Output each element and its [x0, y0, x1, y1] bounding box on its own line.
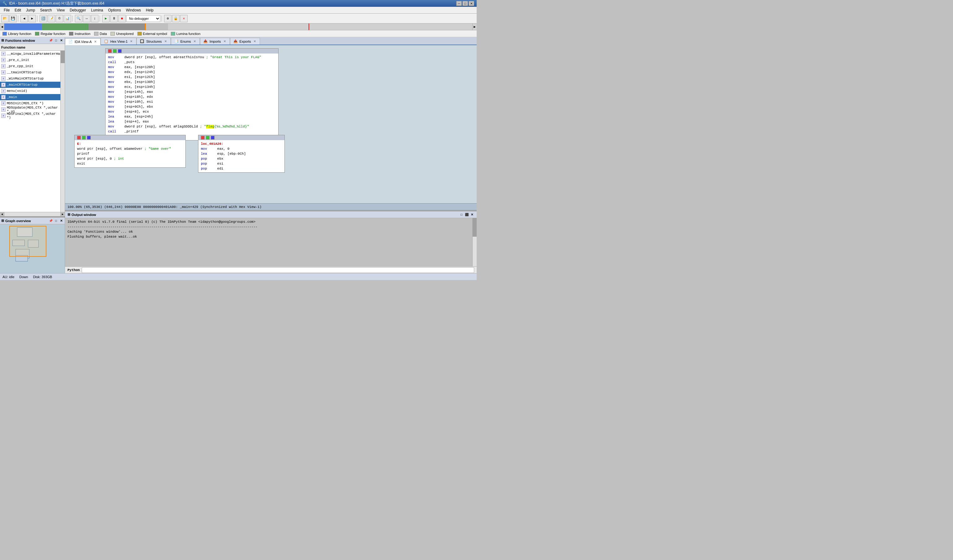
func-name-5: _mainCRTStartup	[7, 83, 37, 87]
tab-ida-view[interactable]: 📄 IDA View-A ✕	[65, 38, 101, 45]
functions-col-label: Function name	[1, 45, 25, 49]
func-name-10: MD5Final(MD5_CTX *,uchar *)	[7, 112, 59, 119]
title-bar-controls: ─ □ ✕	[456, 1, 474, 6]
ida-view-area[interactable]: mov dword ptr [esp], offset aGreatThisIs…	[65, 45, 476, 203]
output-minimize[interactable]: □	[459, 213, 464, 217]
func-item-main[interactable]: f _main	[0, 94, 61, 100]
legend-lumina-label: Lumina function	[177, 32, 200, 36]
functions-scroll-thumb[interactable]	[61, 51, 65, 63]
tab-struct-icon: 🔲	[140, 39, 144, 43]
python-input[interactable]	[82, 267, 474, 273]
functions-pin[interactable]: 📌	[48, 38, 53, 43]
toolbar-c[interactable]: ©	[56, 15, 63, 22]
functions-close[interactable]: ✕	[59, 38, 64, 43]
tab-hex-icon: 📋	[104, 39, 108, 43]
toolbar-save[interactable]: 💾	[9, 15, 17, 22]
toolbar-graph[interactable]: 📊	[64, 15, 71, 22]
func-name-4: _WinMainCRTStartup	[7, 77, 43, 81]
output-content[interactable]: IDAPython 64-bit v1.7.0 final (serial 0)…	[65, 218, 472, 266]
tab-exports-close[interactable]: ✕	[253, 40, 256, 43]
output-scroll-thumb[interactable]	[473, 218, 476, 237]
close-button[interactable]: ✕	[469, 1, 474, 6]
toolbar-hex[interactable]: 🔣	[40, 15, 47, 22]
output-scrollbar[interactable]	[472, 218, 476, 266]
menu-options[interactable]: Options	[106, 8, 123, 13]
graph-overview-canvas[interactable]	[0, 224, 65, 273]
menu-search[interactable]: Search	[37, 8, 54, 13]
mini-viewport[interactable]	[9, 226, 47, 257]
nav-progress[interactable]	[4, 23, 472, 30]
functions-hscroll[interactable]: ◀ ▶	[0, 212, 65, 216]
toolbar-xref[interactable]: ↔	[83, 15, 90, 22]
func-item-md5final[interactable]: f MD5Final(MD5_CTX *,uchar *)	[0, 113, 61, 119]
menu-edit[interactable]: Edit	[12, 8, 23, 13]
maximize-button[interactable]: □	[463, 1, 468, 6]
tab-imports[interactable]: 📥 Imports ✕	[200, 38, 230, 45]
main-code-block: mov dword ptr [esp], offset aGreatThisIs…	[105, 48, 279, 140]
toolbar-debug2[interactable]: 🔒	[172, 15, 180, 22]
nav-next[interactable]: ▶	[472, 23, 476, 30]
func-icon-0: f	[1, 52, 6, 56]
bl-line-2: word ptr [esp], 0 ; int	[77, 156, 183, 161]
menu-view[interactable]: View	[54, 8, 67, 13]
graph-overview-pin[interactable]: 📌	[48, 219, 53, 223]
tab-hex-view[interactable]: 📋 Hex View-1 ✕	[101, 38, 137, 45]
toolbar-debug3[interactable]: ✕	[180, 15, 188, 22]
func-item-tmain[interactable]: f __tmainCRTStartup	[0, 69, 61, 76]
toolbar-debug-settings[interactable]: ⚙	[164, 15, 171, 22]
tab-exports[interactable]: 📤 Exports ✕	[230, 38, 260, 45]
legend-bar: Library function Regular function Instru…	[0, 30, 476, 37]
status-au: AU: idle	[3, 275, 14, 279]
toolbar-stop[interactable]: ■	[118, 15, 126, 22]
func-icon-4: f	[1, 76, 6, 81]
func-item-md5init[interactable]: f MD5Init(MD5_CTX *)	[0, 100, 61, 106]
tab-imports-icon: 📥	[203, 39, 208, 43]
functions-hscroll-left[interactable]: ◀	[0, 212, 4, 216]
menu-file[interactable]: File	[1, 8, 12, 13]
tab-structures[interactable]: 🔲 Structures ✕	[137, 38, 171, 45]
graph-overview-copy[interactable]: □	[54, 219, 58, 223]
tab-imports-close[interactable]: ✕	[223, 40, 227, 43]
block-hdr-blue	[118, 49, 122, 53]
menu-jump[interactable]: Jump	[23, 8, 37, 13]
toolbar-run[interactable]: ▶	[102, 15, 110, 22]
func-name-7: _main	[7, 95, 17, 99]
toolbar-forward[interactable]: ▶	[28, 15, 36, 22]
func-item-pre_c_init[interactable]: f _pre_c_init	[0, 57, 61, 63]
output-close[interactable]: ✕	[470, 213, 474, 217]
functions-copy[interactable]: □	[54, 38, 58, 43]
functions-list[interactable]: f __mingw_invalidParameterHanc f _pre_c_…	[0, 51, 61, 212]
code-line-11: mov [esp+8], ecx	[108, 109, 276, 114]
code-line-13: lea [esp+4], eax	[108, 119, 276, 124]
tab-hex-close[interactable]: ✕	[129, 40, 133, 43]
tab-struct-close[interactable]: ✕	[164, 40, 168, 43]
tab-imports-label: Imports	[210, 40, 221, 43]
nav-prev[interactable]: ◀	[0, 23, 4, 30]
func-item-maincrt[interactable]: f _mainCRTStartup	[0, 82, 61, 88]
func-item-winmain[interactable]: f _WinMainCRTStartup	[0, 76, 61, 82]
tab-enums[interactable]: 📑 Enums ✕	[171, 38, 200, 45]
graph-overview-close[interactable]: ✕	[59, 219, 64, 223]
toolbar-search[interactable]: 🔍	[75, 15, 82, 22]
func-item-pre_cpp_init[interactable]: f _pre_cpp_init	[0, 63, 61, 69]
menu-help[interactable]: Help	[143, 8, 156, 13]
menu-debugger[interactable]: Debugger	[67, 8, 88, 13]
tab-ida-close[interactable]: ✕	[93, 40, 97, 43]
menu-windows[interactable]: Windows	[124, 8, 144, 13]
tab-enums-close[interactable]: ✕	[193, 40, 197, 43]
output-expand[interactable]: ⬛	[464, 213, 469, 217]
func-item-mingw[interactable]: f __mingw_invalidParameterHanc	[0, 51, 61, 57]
functions-hscroll-right[interactable]: ▶	[61, 212, 65, 216]
func-name-2: _pre_cpp_init	[7, 64, 33, 68]
functions-scrollbar[interactable]	[61, 51, 65, 212]
toolbar-open[interactable]: 📂	[1, 15, 9, 22]
minimize-button[interactable]: ─	[456, 1, 462, 6]
menu-lumina[interactable]: Lumina	[88, 8, 106, 13]
toolbar-xref2[interactable]: ↕	[91, 15, 98, 22]
debugger-selector[interactable]: No debugger	[126, 15, 160, 22]
toolbar-pause[interactable]: ⏸	[110, 15, 118, 22]
toolbar-asm[interactable]: 📝	[48, 15, 55, 22]
func-item-menu[interactable]: f menu(void)	[0, 88, 61, 94]
func-item-md5update[interactable]: f MD5Update(MD5_CTX *,uchar *,ui	[0, 106, 61, 113]
toolbar-back[interactable]: ◀	[20, 15, 28, 22]
